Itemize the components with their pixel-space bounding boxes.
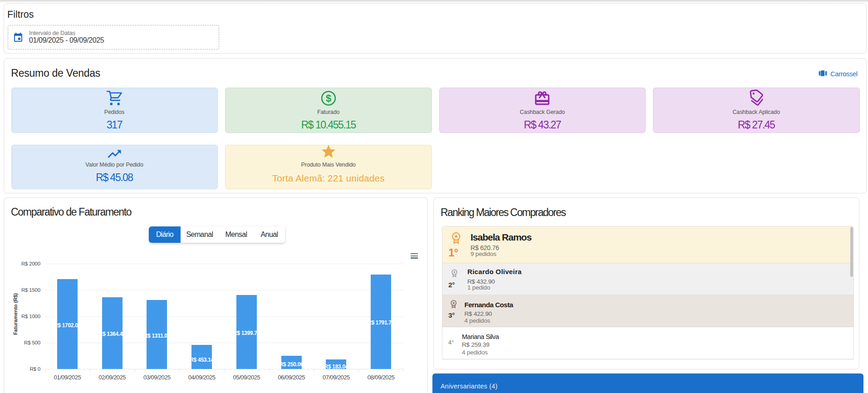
svg-text:$: $: [326, 93, 331, 104]
